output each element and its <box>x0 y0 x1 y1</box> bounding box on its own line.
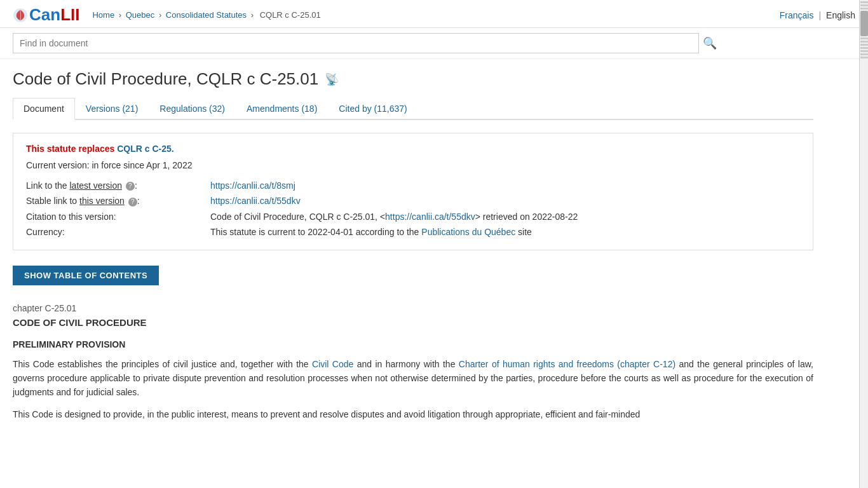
breadcrumb-consolidated[interactable]: Consolidated Statutes <box>166 10 247 20</box>
header: CanLII Home › Quebec › Consolidated Stat… <box>0 0 868 28</box>
breadcrumb-sep1: › <box>119 10 124 20</box>
tab-document[interactable]: Document <box>13 98 75 120</box>
currency-label: Currency: <box>26 224 210 240</box>
citation-label: Citation to this version: <box>26 209 210 224</box>
current-version: Current version: in force since Apr 1, 2… <box>26 160 800 170</box>
main-content: Code of Civil Procedure, CQLR c C-25.01 … <box>0 59 826 454</box>
tab-regulations[interactable]: Regulations (32) <box>149 98 236 120</box>
info-box: This statute replaces CQLR c C-25. Curre… <box>13 133 813 250</box>
lang-separator: | <box>818 10 821 20</box>
latest-version-row: Link to the latest version ?: https://ca… <box>26 178 800 193</box>
latest-version-link[interactable]: https://canlii.ca/t/8smj <box>210 180 295 191</box>
english-lang-current: English <box>826 10 855 20</box>
logo[interactable]: CanLII <box>13 5 79 25</box>
scroll-track <box>860 1 868 58</box>
statute-replaces: This statute replaces CQLR c C-25. <box>26 144 800 154</box>
french-lang-link[interactable]: Français <box>780 10 814 20</box>
show-toc-button[interactable]: SHOW TABLE OF CONTENTS <box>13 266 159 285</box>
latest-version-url: https://canlii.ca/t/8smj <box>210 178 800 193</box>
chapter-label: chapter C-25.01 <box>13 303 813 313</box>
citation-row: Citation to this version: Code of Civil … <box>26 209 800 224</box>
currency-value: This statute is current to 2022-04-01 ac… <box>210 224 800 240</box>
search-bar: 🔍 <box>0 28 868 59</box>
stable-link-underlined: this version <box>79 196 125 206</box>
tab-cited-by[interactable]: Cited by (11,637) <box>328 98 417 120</box>
logo-text: CanLII <box>29 5 79 25</box>
citation-value: Code of Civil Procedure, CQLR c C-25.01,… <box>210 209 800 224</box>
tab-versions[interactable]: Versions (21) <box>75 98 149 120</box>
chapter-title: CODE OF CIVIL PROCEDURE <box>13 317 813 328</box>
breadcrumb-current: CQLR c C-25.01 <box>260 10 321 20</box>
stable-link-label: Stable link to this version ?: <box>26 193 210 208</box>
help-icon-latest[interactable]: ? <box>126 182 135 191</box>
charter-link[interactable]: Charter of human rights and freedoms (ch… <box>459 359 675 369</box>
stable-link-url: https://canlii.ca/t/55dkv <box>210 193 800 208</box>
language-switcher: Français | English <box>780 10 855 20</box>
tabs: Document Versions (21) Regulations (32) … <box>13 98 813 120</box>
stable-link-row: Stable link to this version ?: https://c… <box>26 193 800 208</box>
tab-amendments[interactable]: Amendments (18) <box>236 98 328 120</box>
breadcrumb-quebec[interactable]: Quebec <box>126 10 155 20</box>
breadcrumb-home[interactable]: Home <box>92 10 114 20</box>
info-table: Link to the latest version ?: https://ca… <box>26 178 800 240</box>
stable-link[interactable]: https://canlii.ca/t/55dkv <box>210 196 301 206</box>
latest-version-underlined: latest version <box>70 180 122 191</box>
statute-replaces-text: This statute replaces <box>26 144 117 154</box>
help-icon-stable[interactable]: ? <box>128 198 137 207</box>
currency-row: Currency: This statute is current to 202… <box>26 224 800 240</box>
scrollbar[interactable] <box>859 0 868 454</box>
page-title-text: Code of Civil Procedure, CQLR c C-25.01 <box>13 69 318 89</box>
breadcrumb-sep2: › <box>159 10 164 20</box>
paragraph-2: This Code is designed to provide, in the… <box>13 407 813 421</box>
document-content: chapter C-25.01 CODE OF CIVIL PROCEDURE … <box>13 303 813 442</box>
section-title: PRELIMINARY PROVISION <box>13 339 813 349</box>
rss-icon[interactable]: 📡 <box>325 72 339 86</box>
publications-du-quebec-link[interactable]: Publications du Québec <box>421 227 515 237</box>
latest-version-label: Link to the latest version ?: <box>26 178 210 193</box>
scroll-handle[interactable] <box>860 11 868 36</box>
statute-replaces-link[interactable]: CQLR c C-25. <box>117 144 173 154</box>
civil-code-link[interactable]: Civil Code <box>312 359 353 369</box>
breadcrumb: Home › Quebec › Consolidated Statutes › … <box>92 10 766 20</box>
citation-url-link[interactable]: https://canlii.ca/t/55dkv <box>385 212 475 222</box>
breadcrumb-sep3: › <box>251 10 256 20</box>
search-button[interactable]: 🔍 <box>703 36 717 50</box>
search-icon: 🔍 <box>703 37 717 50</box>
current-version-text: Current version: in force since Apr 1, 2… <box>26 160 192 170</box>
canlii-logo-icon <box>13 8 28 23</box>
page-title: Code of Civil Procedure, CQLR c C-25.01 … <box>13 69 813 89</box>
search-input[interactable] <box>13 33 699 53</box>
paragraph-1: This Code establishes the principles of … <box>13 357 813 400</box>
